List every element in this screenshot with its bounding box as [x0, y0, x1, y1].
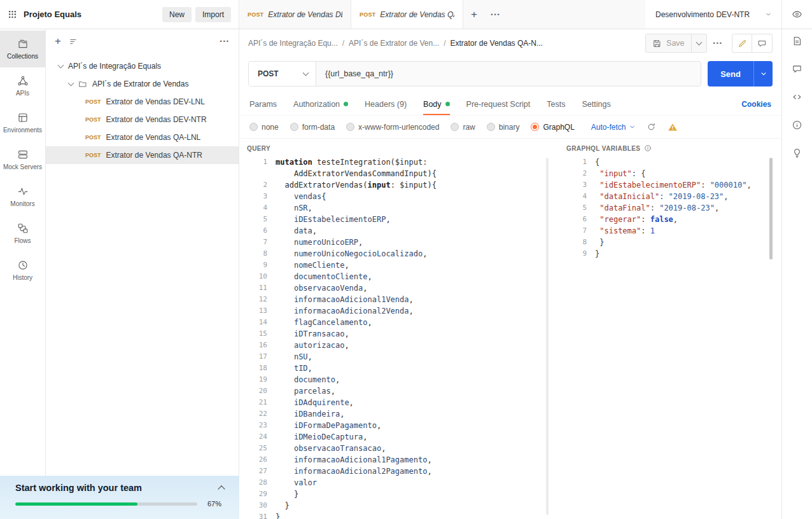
lightbulb-button[interactable]	[792, 148, 802, 158]
auto-fetch-dropdown[interactable]: Auto-fetch	[591, 123, 635, 132]
chevron-down-icon[interactable]	[58, 62, 64, 68]
code-line: 19 documento,	[247, 374, 550, 385]
tab-label: Settings	[582, 100, 610, 109]
chevron-down-icon[interactable]	[68, 80, 74, 86]
edit-documentation-button[interactable]	[732, 34, 752, 53]
sidebar-search-input[interactable]	[86, 37, 213, 46]
breadcrumb-item[interactable]: API´s de Integração Equ...	[248, 39, 338, 48]
method-select[interactable]: POST	[249, 62, 316, 86]
body-type-raw[interactable]: raw	[451, 123, 475, 132]
variables-scrollbar[interactable]	[769, 158, 773, 260]
graphql-variables-editor[interactable]: 1{2 "input": {3 "idEstabelecimentoERP": …	[566, 156, 775, 519]
request-item[interactable]: POSTExtrator de Vendas QA-NTR	[46, 146, 239, 164]
graphql-query-editor[interactable]: 1mutation testeIntegration($input: AddEx…	[247, 156, 550, 519]
documentation-button[interactable]	[792, 36, 802, 46]
code-text: "input": {	[595, 168, 646, 179]
tab-method-label: POST	[360, 11, 375, 18]
import-button[interactable]: Import	[195, 7, 231, 22]
tab-authorization[interactable]: Authorization	[293, 93, 348, 115]
folder-icon	[78, 80, 87, 88]
tab-params[interactable]: Params	[249, 93, 277, 115]
environment-selector[interactable]: Desenvolvimento DEV-NTR	[645, 0, 781, 29]
request-item[interactable]: POSTExtrator de Vendas QA-LNL	[46, 128, 239, 146]
line-number: 21	[247, 397, 267, 408]
code-text: }	[595, 248, 599, 260]
workspace-switcher-icon[interactable]	[8, 10, 17, 19]
code-line: 31}	[247, 511, 550, 519]
new-tab-button[interactable]: +	[463, 0, 485, 29]
save-button-group: Save	[645, 34, 707, 53]
line-number: 7	[566, 225, 587, 237]
folder-item[interactable]: API´s de Extrator de Vendas	[46, 75, 239, 93]
request-list: POSTExtrator de Vendas DEV-LNLPOSTExtrat…	[46, 93, 239, 164]
method-badge: POST	[85, 116, 101, 123]
sidebar-nav-apis[interactable]: APIs	[0, 67, 45, 104]
breadcrumb-item[interactable]: API´s de Extrator de Ven...	[349, 39, 439, 48]
comments-panel-button[interactable]	[792, 64, 802, 74]
request-options-button[interactable]: •••	[713, 40, 723, 46]
save-options-button[interactable]	[691, 34, 706, 52]
tab-pre-request-script[interactable]: Pre-request Script	[466, 93, 531, 115]
environment-quick-look-button[interactable]	[781, 0, 812, 29]
request-tab[interactable]: POSTExtrator de Vendas QA-	[351, 0, 463, 29]
schema-warning-button[interactable]	[668, 122, 678, 132]
code-text: iDTransacao,	[276, 328, 349, 340]
body-type-x-www-form-urlencoded[interactable]: x-www-form-urlencoded	[346, 123, 439, 132]
body-type-binary[interactable]: binary	[487, 123, 520, 132]
cookies-link[interactable]: Cookies	[741, 100, 771, 109]
code-text: mutation testeIntegration($input:	[276, 156, 427, 168]
code-snippet-button[interactable]	[792, 92, 802, 102]
body-type-none[interactable]: none	[249, 123, 279, 132]
send-options-button[interactable]	[753, 61, 773, 86]
line-number: 25	[247, 443, 267, 454]
sidebar-nav-mock-servers[interactable]: Mock Servers	[0, 141, 45, 178]
request-tab[interactable]: POSTExtrator de Vendas DEV	[239, 0, 351, 29]
body-type-graphql[interactable]: GraphQL	[531, 123, 574, 132]
code-line: 24 iDMeioDeCaptura,	[247, 431, 550, 443]
sidebar-nav-collections[interactable]: Collections	[0, 31, 45, 67]
request-item[interactable]: POSTExtrator de Vendas DEV-NTR	[46, 111, 239, 128]
body-type-label: form-data	[302, 123, 335, 132]
collection-item[interactable]: API´s de Integração Equals	[46, 57, 239, 75]
nav-label: Environments	[3, 127, 42, 134]
query-scrollbar[interactable]	[546, 158, 549, 515]
sidebar-options-button[interactable]: •••	[220, 38, 230, 45]
sidebar-nav-environments[interactable]: Environments	[0, 104, 45, 141]
chevron-up-icon[interactable]	[218, 485, 225, 492]
tab-headers-9-[interactable]: Headers (9)	[365, 93, 407, 115]
new-button[interactable]: New	[162, 7, 192, 22]
filter-icon[interactable]	[69, 37, 78, 46]
refresh-schema-button[interactable]	[647, 122, 656, 132]
tab-tests[interactable]: Tests	[547, 93, 565, 115]
tab-options-button[interactable]: •••	[485, 0, 507, 29]
add-collection-button[interactable]: +	[55, 35, 61, 48]
url-input[interactable]: {{url_base_qa_ntr}}	[316, 62, 701, 86]
send-button[interactable]: Send	[708, 61, 753, 86]
request-info-button[interactable]	[792, 120, 802, 130]
body-type-row: noneform-datax-www-form-urlencodedrawbin…	[239, 116, 781, 139]
tab-label: Authorization	[293, 100, 340, 109]
line-number: 4	[566, 191, 587, 202]
radio-icon	[346, 123, 354, 131]
code-text: nSR,	[276, 202, 312, 214]
graphql-editor-area: QUERY 1mutation testeIntegration($input:…	[239, 139, 781, 519]
line-number: 6	[566, 214, 587, 225]
comments-button[interactable]	[752, 34, 773, 53]
breadcrumb-item[interactable]: Extrator de Vendas QA-N...	[451, 39, 543, 48]
save-button[interactable]: Save	[646, 34, 691, 52]
tab-body[interactable]: Body	[423, 93, 450, 115]
method-badge: POST	[85, 99, 101, 105]
code-text: autorizacao,	[276, 340, 349, 351]
code-line: 29 }	[247, 488, 550, 500]
code-text: "dataInicial": "2019-08-23",	[595, 191, 729, 202]
sidebar-nav-flows[interactable]: Flows	[0, 215, 45, 252]
body-type-form-data[interactable]: form-data	[290, 123, 335, 132]
sidebar-nav-monitors[interactable]: Monitors	[0, 178, 45, 215]
sidebar-nav-history[interactable]: History	[0, 252, 45, 289]
line-number: 17	[247, 351, 267, 363]
variables-panel-title: GRAPHQL VARIABLES	[566, 145, 640, 152]
tab-settings[interactable]: Settings	[582, 93, 610, 115]
tab-label: Tests	[547, 100, 565, 109]
code-line: 7 numeroUnicoERP,	[247, 237, 550, 248]
request-item[interactable]: POSTExtrator de Vendas DEV-LNL	[46, 93, 239, 111]
